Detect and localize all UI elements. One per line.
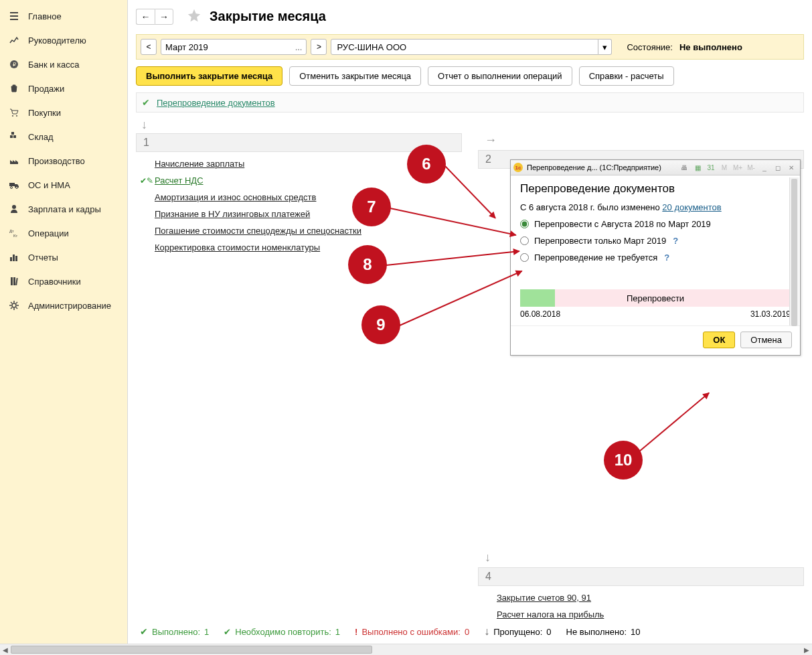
organization-select[interactable]: РУС-ШИНА ООО ▾ [331, 39, 612, 55]
help-icon[interactable]: ? [664, 252, 669, 263]
sidebar-item-label: Главное [28, 11, 62, 21]
stage-item: Корректировка стоимости номенклатуры [155, 242, 462, 252]
period-prev-button[interactable]: < [141, 39, 157, 55]
help-icon[interactable]: ? [673, 236, 678, 246]
calendar-icon[interactable]: 31 [705, 162, 717, 173]
mem-mplus-icon[interactable]: M+ [732, 162, 744, 173]
dialog-scrollbar[interactable] [789, 177, 799, 325]
favorite-icon[interactable] [187, 8, 201, 25]
minimize-icon[interactable]: _ [758, 162, 770, 173]
dtkt-icon: ДтКт [8, 227, 20, 239]
action-bar: Выполнить закрытие месяца Отменить закры… [128, 66, 812, 92]
radio-input[interactable] [520, 220, 529, 228]
radio-repost-range[interactable]: Перепровести с Августа 2018 по Март 2019 [520, 219, 791, 229]
stage-link[interactable]: Расчет НДС [155, 175, 204, 186]
radio-input[interactable] [520, 253, 529, 262]
reference-calcs-button[interactable]: Справки - расчеты [579, 66, 674, 86]
page-title: Закрытие месяца [210, 9, 326, 24]
run-close-month-button[interactable]: Выполнить закрытие месяца [136, 66, 282, 86]
check-icon: ✔ [142, 97, 150, 108]
chevron-down-icon[interactable]: ▾ [598, 39, 612, 55]
radio-input[interactable] [520, 236, 529, 245]
radio-no-repost[interactable]: Перепроведение не требуется? [520, 252, 791, 263]
sidebar-item-label: Администрирование [28, 301, 111, 311]
progress-date-to: 31.03.2019 [750, 309, 791, 319]
svg-point-10 [12, 205, 16, 209]
books-icon [8, 275, 20, 287]
cancel-close-month-button[interactable]: Отменить закрытие месяца [289, 66, 421, 86]
svg-rect-17 [13, 277, 15, 285]
stage-item: Расчет налога на прибыль [497, 609, 804, 620]
scroll-right-icon[interactable]: ▶ [801, 644, 812, 655]
sidebar-item-label: ОС и НМА [28, 180, 70, 190]
ruble-icon: ₽ [8, 58, 20, 70]
stage-link[interactable]: Закрытие счетов 90, 91 [497, 593, 591, 603]
footer-repeat: ✔Необходимо повторить: 1 [224, 627, 340, 637]
bag-icon [8, 82, 20, 94]
footer-errors: !Выполнено с ошибками: 0 [355, 627, 469, 637]
grid-icon[interactable]: ▦ [692, 162, 704, 173]
horizontal-scrollbar[interactable]: ◀ ▶ [0, 644, 812, 655]
changed-docs-link[interactable]: 20 документов [662, 202, 721, 212]
stage-item: Амортизация и износ основных средств [155, 192, 462, 202]
sidebar-item-production[interactable]: Производство [0, 149, 127, 173]
stage-link[interactable]: Признание в НУ лизинговых платежей [155, 209, 310, 219]
nav-forward-button[interactable]: → [155, 9, 173, 25]
annotation-bubble-7: 7 [352, 188, 391, 226]
progress-label: Перепровести [627, 293, 684, 303]
sidebar-item-sales[interactable]: Продажи [0, 76, 127, 100]
svg-rect-6 [11, 132, 14, 135]
done-check-icon: ✔✎ [140, 176, 153, 186]
sidebar-item-manager[interactable]: Руководителю [0, 28, 127, 52]
sidebar-item-label: Руководителю [28, 35, 86, 46]
scrollbar-thumb[interactable] [11, 646, 372, 654]
dialog-titlebar[interactable]: 1c Перепроведение д... (1С:Предприятие) … [511, 160, 800, 175]
report-operations-button[interactable]: Отчет о выполнении операций [428, 66, 572, 86]
state-value: Не выполнено [679, 42, 742, 52]
sidebar-item-catalogs[interactable]: Справочники [0, 269, 127, 293]
stage-link[interactable]: Расчет налога на прибыль [497, 609, 604, 620]
flow-arrow-icon: ↓ [128, 117, 812, 133]
sidebar-item-bank[interactable]: ₽Банк и касса [0, 52, 127, 76]
close-icon[interactable]: ✕ [785, 162, 797, 173]
scroll-left-icon[interactable]: ◀ [0, 644, 11, 655]
status-footer: ✔Выполнено: 1 ✔Необходимо повторить: 1 !… [133, 622, 807, 642]
mem-mminus-icon[interactable]: M- [745, 162, 757, 173]
cart-icon [8, 106, 20, 119]
sidebar-item-purchases[interactable]: Покупки [0, 100, 127, 125]
sidebar-item-payroll[interactable]: Зарплата и кадры [0, 197, 127, 221]
flow-arrow-icon: → [485, 133, 804, 147]
svg-rect-15 [15, 256, 17, 261]
sidebar-item-label: Продажи [28, 84, 64, 94]
stage-link[interactable]: Корректировка стоимости номенклатуры [155, 242, 320, 252]
person-icon [8, 203, 20, 215]
dialog-ok-button[interactable]: ОК [703, 332, 735, 348]
sidebar-item-reports[interactable]: Отчеты [0, 245, 127, 269]
maximize-icon[interactable]: ◻ [772, 162, 784, 173]
radio-repost-month[interactable]: Перепровести только Март 2019? [520, 236, 791, 246]
sidebar-item-operations[interactable]: ДтКтОперации [0, 221, 127, 245]
sidebar-item-admin[interactable]: Администрирование [0, 293, 127, 317]
stage-link[interactable]: Погашение стоимости спецодежды и спецосн… [155, 226, 361, 236]
progress-bar: Перепровести [520, 289, 791, 307]
scrollbar-thumb[interactable] [791, 179, 797, 326]
progress-section: Перепровести 06.08.2018 31.03.2019 [520, 289, 791, 319]
sidebar-item-main[interactable]: Главное [0, 4, 127, 28]
svg-rect-16 [11, 277, 13, 285]
dialog-cancel-button[interactable]: Отмена [740, 332, 792, 348]
sidebar-item-warehouse[interactable]: Склад [0, 125, 127, 149]
svg-rect-5 [13, 135, 16, 138]
stage-link[interactable]: Начисление зарплаты [155, 159, 244, 169]
period-next-button[interactable]: > [311, 39, 327, 55]
period-input[interactable]: Март 2019... [161, 39, 307, 55]
nav-back-button[interactable]: ← [136, 9, 155, 25]
print-icon[interactable]: 🖶 [678, 162, 690, 173]
mem-m-icon[interactable]: M [718, 162, 730, 173]
stage-link[interactable]: Амортизация и износ основных средств [155, 192, 316, 202]
bars-icon [8, 251, 20, 263]
sidebar-item-label: Операции [28, 228, 69, 238]
annotation-bubble-10: 10 [604, 441, 643, 480]
sidebar-item-assets[interactable]: ОС и НМА [0, 173, 127, 197]
reproc-documents-link[interactable]: Перепроведение документов [157, 98, 275, 108]
sidebar-item-label: Справочники [28, 277, 81, 287]
